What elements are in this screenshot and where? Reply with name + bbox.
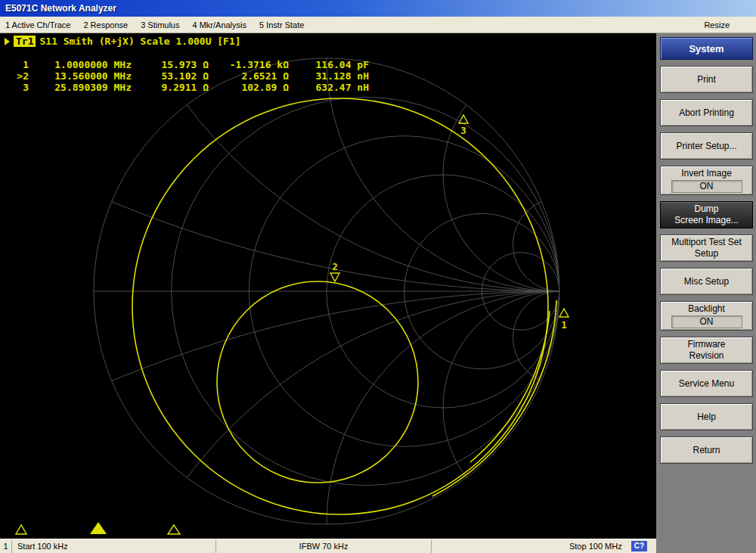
title-bar: E5071C Network Analyzer bbox=[0, 0, 756, 17]
backlight-state: ON bbox=[671, 315, 742, 328]
softkey-backlight[interactable]: Backlight ON bbox=[660, 301, 753, 331]
softkey-firmware-revision[interactable]: Firmware Revision bbox=[660, 337, 753, 364]
marker-1-label: 1 bbox=[561, 320, 566, 331]
marker-frequency: 25.890309 MHz bbox=[35, 82, 132, 93]
window-title: E5071C Network Analyzer bbox=[5, 3, 116, 14]
invert-image-state: ON bbox=[671, 180, 742, 193]
active-trace-arrow-icon bbox=[5, 38, 10, 45]
marker-reactance: -1.3716 kΩ bbox=[212, 59, 289, 70]
status-bar: 1 Start 100 kHz IFBW 70 kHz Stop 100 MHz… bbox=[0, 539, 656, 553]
trace-format-info: S11 Smith (R+jX) Scale 1.000U [F1] bbox=[39, 36, 240, 47]
softkey-abort-printing[interactable]: Abort Printing bbox=[660, 99, 753, 126]
marker-reactance: 2.6521 Ω bbox=[212, 70, 289, 82]
marker-select: >2 bbox=[9, 70, 29, 82]
marker-readout-row: 1 1.0000000 MHz 15.973 Ω -1.3716 kΩ 116.… bbox=[9, 59, 369, 70]
softkey-service-menu[interactable]: Service Menu bbox=[660, 370, 753, 397]
marker-3-stimulus-icon bbox=[168, 525, 180, 534]
softkey-dump-screen-image[interactable]: Dump Screen Image... bbox=[660, 201, 753, 228]
menu-item-resize[interactable]: Resize bbox=[704, 20, 751, 30]
marker-equivalent: 31.128 nH bbox=[295, 70, 369, 82]
marker-1-symbol bbox=[559, 309, 569, 317]
marker-1-stimulus-icon bbox=[16, 525, 26, 534]
marker-select: 1 bbox=[9, 59, 29, 70]
status-right-section: Stop 100 MHz C? bbox=[432, 539, 656, 553]
softkey-misc-setup[interactable]: Misc Setup bbox=[660, 268, 753, 295]
cal-status-badge: C? bbox=[631, 541, 647, 551]
softkey-sidebar: System Print Abort Printing Printer Setu… bbox=[656, 33, 756, 553]
marker-frequency: 1.0000000 MHz bbox=[35, 59, 132, 70]
softkey-help[interactable]: Help bbox=[660, 403, 753, 430]
softkey-printer-setup[interactable]: Printer Setup... bbox=[660, 132, 753, 160]
menu-item-stimulus[interactable]: 3 Stimulus bbox=[141, 20, 179, 30]
marker-2-label: 2 bbox=[332, 262, 337, 272]
trace-badge[interactable]: Tr1 bbox=[14, 36, 36, 47]
softkey-multiport-test-set-setup[interactable]: Multiport Test Set Setup bbox=[660, 235, 753, 262]
marker-resistance: 15.973 Ω bbox=[138, 59, 209, 70]
softkey-menu-title: System bbox=[660, 37, 753, 60]
chart-markers: 1 2 3 bbox=[330, 115, 569, 331]
marker-readout-row: >2 13.560000 MHz 53.102 Ω 2.6521 Ω 31.12… bbox=[9, 70, 369, 82]
softkey-print[interactable]: Print bbox=[660, 66, 753, 93]
marker-equivalent: 116.04 pF bbox=[295, 59, 369, 70]
marker-readout-row: 3 25.890309 MHz 9.2911 Ω 102.89 Ω 632.47… bbox=[9, 82, 369, 93]
marker-2-stimulus-icon bbox=[90, 522, 107, 534]
app-window: E5071C Network Analyzer 1 Active Ch/Trac… bbox=[0, 0, 756, 553]
marker-resistance: 53.102 Ω bbox=[138, 70, 209, 82]
menu-item-mkr-analysis[interactable]: 4 Mkr/Analysis bbox=[192, 20, 246, 30]
marker-resistance: 9.2911 Ω bbox=[138, 82, 209, 93]
marker-equivalent: 632.47 nH bbox=[295, 82, 369, 93]
sweep-start: Start 100 kHz bbox=[12, 542, 68, 551]
marker-select: 3 bbox=[9, 82, 29, 93]
trace-status-line: Tr1 S11 Smith (R+jX) Scale 1.000U [F1] bbox=[5, 36, 241, 47]
smith-chart: 1 2 3 bbox=[0, 33, 656, 539]
instrument-display: 1 2 3 Tr1 S11 Smith (R+jX) Scale 1.000U … bbox=[0, 33, 656, 539]
channel-number: 1 bbox=[0, 539, 12, 553]
s11-trace bbox=[132, 98, 556, 514]
marker-3-label: 3 bbox=[460, 126, 466, 136]
menu-item-active-ch-trace[interactable]: 1 Active Ch/Trace bbox=[5, 20, 70, 30]
marker-reactance: 102.89 Ω bbox=[212, 82, 289, 93]
ifbw-readout: IFBW 70 kHz bbox=[299, 542, 349, 551]
status-center-section: IFBW 70 kHz bbox=[216, 539, 432, 553]
stimulus-markers bbox=[16, 522, 180, 534]
menu-item-response[interactable]: 2 Response bbox=[83, 20, 128, 30]
softkey-return[interactable]: Return bbox=[660, 436, 753, 464]
marker-readout-table: 1 1.0000000 MHz 15.973 Ω -1.3716 kΩ 116.… bbox=[9, 59, 369, 93]
smith-grid bbox=[0, 33, 656, 539]
softkey-invert-image[interactable]: Invert Image ON bbox=[660, 166, 753, 195]
marker-frequency: 13.560000 MHz bbox=[35, 70, 132, 82]
status-left-section: 1 Start 100 kHz bbox=[0, 539, 216, 553]
sweep-stop: Stop 100 MHz bbox=[569, 542, 622, 551]
menu-item-instr-state[interactable]: 5 Instr State bbox=[259, 20, 304, 30]
marker-2-symbol bbox=[330, 273, 339, 281]
menu-bar: 1 Active Ch/Trace 2 Response 3 Stimulus … bbox=[0, 17, 756, 33]
